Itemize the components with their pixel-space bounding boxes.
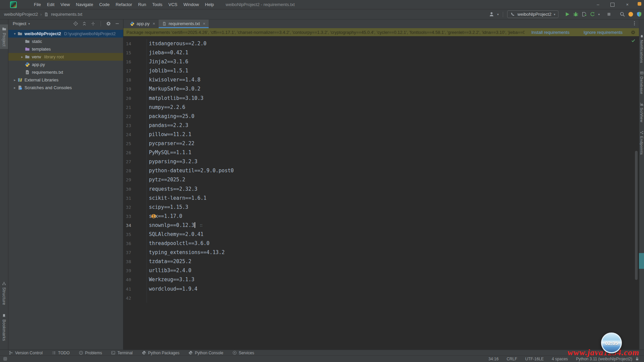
line-number[interactable]: 35 (123, 230, 147, 239)
updates-icon[interactable] (628, 11, 634, 17)
toolwindow-button-services[interactable]: Services (232, 351, 254, 355)
search-everywhere-icon[interactable] (620, 11, 625, 17)
rerun-dropdown-icon[interactable]: ▾ (598, 13, 600, 16)
menu-code[interactable]: Code (96, 2, 113, 7)
breadcrumb-project[interactable]: weiboNlpProject2 (4, 12, 38, 17)
line-number[interactable]: 20 (123, 94, 147, 103)
code-line[interactable]: 36threadpoolctl==3.6.0 (123, 239, 639, 248)
line-number[interactable]: 16 (123, 57, 147, 66)
tree-chevron-icon[interactable]: ▾ (12, 32, 17, 36)
tree-item-templates[interactable]: templates (8, 45, 123, 53)
status-line-separator[interactable]: CRLF (506, 357, 517, 361)
code-line[interactable]: 40Werkzeug==3.1.3 (123, 275, 639, 284)
install-requirements-link[interactable]: Install requirements (525, 30, 569, 35)
code-line[interactable]: 32scipy==1.15.3 (123, 203, 639, 212)
toolwindow-button-terminal[interactable]: Terminal (111, 351, 132, 355)
stop-button[interactable] (606, 12, 611, 17)
banner-settings-icon[interactable] (631, 30, 636, 35)
tree-item-weibonlpproject2[interactable]: ▾weiboNlpProject2D:\yuqing\weiboNlpProje… (8, 30, 123, 38)
code-line[interactable]: 25pycparser==2.22 (123, 139, 639, 148)
stripe-tab-database[interactable]: Database (640, 71, 644, 94)
line-number[interactable]: 40 (123, 275, 147, 284)
coverage-button[interactable] (581, 11, 587, 17)
status-encoding[interactable]: UTF-16LE (525, 357, 544, 361)
tree-item-external-libraries[interactable]: ▸External Libraries (8, 76, 123, 84)
code-line[interactable]: 29pytz==2025.2 (123, 175, 639, 184)
hide-panel-icon[interactable] (115, 21, 120, 26)
close-button[interactable]: × (626, 0, 629, 9)
tab-app-py[interactable]: app.py× (126, 19, 159, 28)
tree-item-venv[interactable]: ▸venvlibrary root (8, 53, 123, 61)
locate-file-icon[interactable] (73, 21, 78, 26)
tab-requirements-txt[interactable]: requirements.txt× (159, 19, 209, 28)
menu-tools[interactable]: Tools (149, 2, 165, 7)
stripe-tab-project[interactable]: Project (0, 24, 8, 49)
code-line[interactable]: 16Jinja2==3.1.6 (123, 57, 639, 66)
code-with-me-icon[interactable] (636, 11, 642, 17)
menu-view[interactable]: View (57, 2, 73, 7)
tree-item-scratches-and-consoles[interactable]: ▸Scratches and Consoles (8, 84, 123, 92)
tree-chevron-icon[interactable]: ▸ (12, 86, 17, 89)
status-caret-position[interactable]: 34:16 (488, 357, 498, 361)
toolwindow-button-problems[interactable]: Problems (79, 351, 102, 355)
ignore-requirements-link[interactable]: Ignore requirements (584, 30, 623, 35)
rerun-button[interactable] (590, 11, 595, 17)
line-number[interactable]: 37 (123, 248, 147, 257)
toolwindow-button-todo[interactable]: TODO (52, 351, 69, 355)
menu-edit[interactable]: Edit (44, 2, 57, 7)
line-number[interactable]: 28 (123, 166, 147, 175)
line-number[interactable]: 29 (123, 175, 147, 184)
code-line[interactable]: 41wordcloud==1.9.4 (123, 285, 639, 294)
line-number[interactable]: 32 (123, 203, 147, 212)
code-line[interactable]: 30requests==2.32.3 (123, 185, 639, 194)
menu-refactor[interactable]: Refactor (113, 2, 135, 7)
settings-gear-icon[interactable] (106, 21, 111, 26)
stripe-tab-endpoints[interactable]: Endpoints (640, 131, 644, 155)
line-number[interactable]: 33 (123, 212, 147, 221)
line-number[interactable]: 19 (123, 84, 147, 94)
stripe-tab-sciview[interactable]: SciView (640, 102, 644, 122)
tree-item-app-py[interactable]: app.py (8, 61, 123, 68)
tab-options-icon[interactable] (632, 21, 637, 26)
line-number[interactable]: 22 (123, 112, 147, 121)
line-number[interactable]: 39 (123, 266, 147, 275)
user-icon[interactable] (489, 11, 494, 17)
line-number[interactable]: 27 (123, 157, 147, 166)
line-number[interactable]: 17 (123, 66, 147, 75)
code-line[interactable]: 15jieba==0.42.1 (123, 48, 639, 57)
line-number[interactable]: 41 (123, 285, 147, 294)
code-line[interactable]: 38tzdata==2025.2 (123, 257, 639, 266)
toolwindow-button-python-console[interactable]: Python Console (189, 351, 223, 355)
code-editor[interactable]: 14itsdangerous==2.2.015jieba==0.42.116Ji… (123, 36, 639, 350)
code-line[interactable]: 22packaging==25.0 (123, 112, 639, 121)
line-number[interactable]: 31 (123, 194, 147, 203)
user-dropdown-icon[interactable]: ▾ (497, 13, 499, 16)
code-line[interactable]: 39urllib3==2.4.0 (123, 266, 639, 275)
line-number[interactable]: 42 (123, 294, 147, 303)
code-line[interactable]: 33six==1.17.0 (123, 212, 639, 221)
menu-run[interactable]: Run (135, 2, 149, 7)
menu-file[interactable]: File (31, 2, 44, 7)
line-number[interactable]: 14 (123, 39, 147, 48)
debug-button[interactable] (573, 11, 579, 17)
run-configuration-selector[interactable]: weiboNlpProject2 ▾ (507, 10, 559, 18)
line-number[interactable]: 15 (123, 48, 147, 57)
tool-window-switcher-icon[interactable] (3, 357, 7, 361)
code-line[interactable]: 17joblib==1.5.1 (123, 66, 639, 75)
code-line[interactable]: 18kiwisolver==1.4.8 (123, 75, 639, 84)
line-number[interactable]: 24 (123, 130, 147, 139)
code-line[interactable]: 27pyparsing==3.2.3 (123, 157, 639, 166)
code-line[interactable]: 28python-dateutil==2.9.0.post0 (123, 166, 639, 175)
line-number[interactable]: 38 (123, 257, 147, 266)
project-panel-title[interactable]: Project ▾ (13, 21, 30, 26)
editor-scrollbar[interactable] (635, 151, 638, 280)
line-number[interactable]: 21 (123, 103, 147, 112)
menu-window[interactable]: Window (180, 2, 202, 7)
tree-chevron-icon[interactable]: ▸ (12, 78, 17, 82)
line-number[interactable]: 18 (123, 75, 147, 84)
line-number[interactable]: 26 (123, 148, 147, 157)
inspections-ok-icon[interactable] (631, 38, 636, 43)
stripe-tab-notifications[interactable]: Notifications (640, 35, 644, 63)
toolwindow-button-version-control[interactable]: Version Control (9, 351, 43, 355)
stripe-tab-structure[interactable]: Structure (2, 282, 6, 305)
